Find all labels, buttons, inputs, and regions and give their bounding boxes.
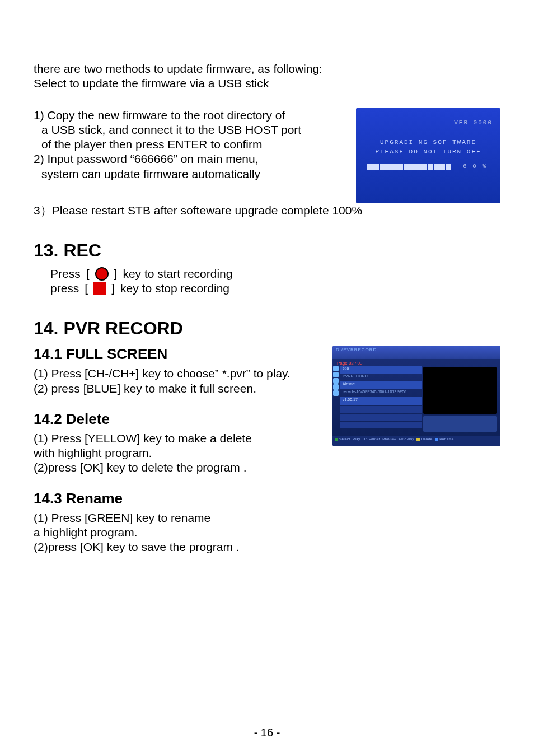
s143-l1: (1) Press [GREEN] key to rename — [34, 511, 321, 525]
press-label: Press — [50, 267, 81, 281]
step-3: 3）Please restart STB after softeware upg… — [34, 203, 500, 218]
list-item — [340, 422, 422, 428]
page-number: - 16 - — [0, 726, 534, 739]
rbracket-2: ] — [111, 281, 115, 296]
heading-14-2: 14.2 Delete — [34, 410, 321, 428]
list-item — [340, 406, 422, 413]
s142-l1: (1) Press [YELLOW] key to make a delete — [34, 431, 321, 446]
footer-autoplay: AutoPlay — [399, 437, 414, 441]
upgrade-line-1: UPGRADI NG SOF TWARE — [356, 139, 500, 146]
rbracket: ] — [114, 267, 118, 281]
pvr-title: D:/PVRRECORD — [332, 346, 500, 359]
step-1c: of the player then press ENTER to confir… — [34, 137, 345, 152]
lbracket-2: [ — [85, 281, 88, 296]
pvr-file-list: sda PVRRECORD Airtime recycle-1045FF340-… — [332, 366, 422, 433]
intro-line-1: there are two methods to update firmware… — [34, 62, 500, 76]
heading-14-1: 14.1 FULL SCREEN — [34, 346, 321, 363]
s143-l3: (2)press [OK] key to save the program . — [34, 540, 321, 554]
step-2b: system can update firmware automatically — [34, 167, 345, 181]
pvr-page-label: Page 02 / 03 — [332, 359, 500, 366]
lbracket: [ — [86, 267, 90, 281]
heading-rec: 13. REC — [34, 240, 500, 261]
pvr-preview-info — [423, 416, 497, 432]
figure-pvr-screen: D:/PVRRECORD Page 02 / 03 sda PVRRECORD … — [332, 346, 500, 446]
s141-l1: (1) Press [CH-/CH+] key to choose” *.pvr… — [34, 366, 321, 381]
rec-block: Press [ ] key to start recording press [… — [34, 267, 500, 296]
list-item: recycle-1045FF340-5061-1013.9F06 — [340, 389, 422, 397]
upgrade-line-2: PLEASE DO NOT TURN OFF — [356, 148, 500, 155]
pvr-footer: Select Play Up Folder Preview AutoPlay D… — [332, 436, 500, 446]
s142-l3: (2)press [OK] key to delete the program … — [34, 460, 321, 475]
press-label-2: press — [50, 281, 79, 296]
step-2a: 2) Input password “666666” on main menu, — [34, 152, 345, 166]
footer-upfolder: Up Folder — [363, 437, 380, 441]
firmware-intro: there are two methods to update firmware… — [34, 62, 500, 91]
firmware-steps: 1) Copy the new firmware to the root dir… — [34, 108, 345, 181]
stop-icon — [93, 282, 106, 295]
rec-stop-text: key to stop recording — [120, 281, 229, 296]
pvr-preview-video — [423, 367, 497, 414]
figure-upgrade-screen: VER-0000 UPGRADI NG SOF TWARE PLEASE DO … — [356, 108, 500, 203]
step-1b: a USB stick, and connect it to the USB H… — [34, 123, 345, 137]
s143-l2: a highlight program. — [34, 525, 321, 540]
step-1a: 1) Copy the new firmware to the root dir… — [34, 108, 345, 123]
upgrade-version: VER-0000 — [454, 119, 493, 126]
footer-rename: Rename — [439, 437, 454, 441]
footer-preview: Preview — [382, 437, 396, 441]
intro-line-2: Select to update the firmware via a USB … — [34, 76, 500, 91]
record-icon — [95, 267, 109, 281]
list-item: PVRRECORD — [340, 374, 422, 381]
heading-pvr: 14. PVR RECORD — [34, 318, 500, 339]
footer-select: Select — [339, 437, 350, 441]
list-item: sda — [340, 366, 422, 374]
list-item — [340, 414, 422, 421]
pvr-preview — [423, 367, 497, 432]
list-item: Airtime — [340, 381, 422, 389]
footer-delete: Delete — [421, 437, 432, 441]
rec-start-text: key to start recording — [123, 267, 232, 281]
s142-l2: with highlight program. — [34, 446, 321, 460]
upgrade-percent: 6 0 % — [463, 163, 487, 170]
upgrade-progress-bar — [367, 164, 451, 170]
heading-14-3: 14.3 Rename — [34, 490, 321, 507]
s141-l2: (2) press [BLUE] key to make it full scr… — [34, 381, 321, 396]
footer-play: Play — [353, 437, 360, 441]
list-item: v1.00.17 — [340, 397, 422, 405]
